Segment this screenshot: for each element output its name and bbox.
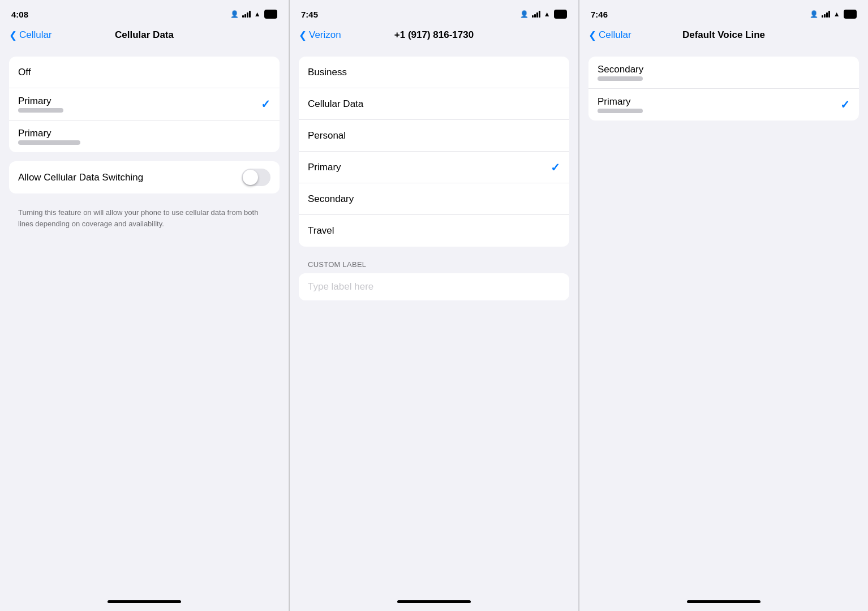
back-label-1: Cellular <box>19 29 52 41</box>
secondary-row[interactable]: Secondary <box>299 183 569 215</box>
page-title-2: +1 (917) 816-1730 <box>394 29 474 41</box>
back-button-3[interactable]: ❮ Cellular <box>588 29 631 41</box>
chevron-left-icon-3: ❮ <box>588 29 596 41</box>
custom-label-section: CUSTOM LABEL Type label here <box>299 260 569 300</box>
wifi-icon-1: ▲ <box>254 10 261 18</box>
primary-label-s2: Primary <box>308 162 341 173</box>
status-icons-1: 👤 ▲ 61 <box>230 10 277 19</box>
primary-sublabel-1 <box>18 108 63 113</box>
back-label-3: Cellular <box>599 29 631 41</box>
back-button-2[interactable]: ❮ Verizon <box>299 29 341 41</box>
status-bar-1: 4:08 👤 ▲ 61 <box>0 0 289 25</box>
primary-row-s2[interactable]: Primary ✓ <box>299 152 569 183</box>
description-text: Turning this feature on will allow your … <box>9 203 280 229</box>
primary-voice-sublabel <box>598 109 643 113</box>
screen-line-label: 7:45 👤 ▲ 97 ❮ Verizon +1 (917) 816-1730 … <box>290 0 579 611</box>
custom-label-group: Type label here <box>299 273 569 300</box>
primary-label-2: Primary <box>18 128 270 139</box>
person-icon-2: 👤 <box>520 10 528 18</box>
screen-default-voice: 7:46 👤 ▲ 97 ❮ Cellular Default Voice Lin… <box>579 0 868 611</box>
status-icons-2: 👤 ▲ 97 <box>520 10 567 19</box>
page-title-1: Cellular Data <box>115 29 174 41</box>
home-bar-1 <box>108 600 181 603</box>
back-button-1[interactable]: ❮ Cellular <box>9 29 52 41</box>
personal-row[interactable]: Personal <box>299 120 569 152</box>
travel-row[interactable]: Travel <box>299 215 569 247</box>
cellular-data-row[interactable]: Cellular Data <box>299 88 569 120</box>
status-bar-2: 7:45 👤 ▲ 97 <box>290 0 578 25</box>
back-label-2: Verizon <box>309 29 341 41</box>
chevron-left-icon-1: ❮ <box>9 29 17 41</box>
battery-3: 97 <box>844 10 857 19</box>
person-icon-1: 👤 <box>230 10 239 18</box>
status-icons-3: 👤 ▲ 97 <box>810 10 857 19</box>
page-title-3: Default Voice Line <box>682 29 765 41</box>
signal-bars-3 <box>822 11 830 18</box>
primary-row-2[interactable]: Primary <box>9 121 280 152</box>
toggle-row: Allow Cellular Data Switching <box>9 161 280 193</box>
cellular-data-label: Cellular Data <box>308 98 363 110</box>
checkmark-primary-s2: ✓ <box>551 161 560 174</box>
voice-line-group: Secondary Primary ✓ <box>588 57 859 121</box>
status-time-3: 7:46 <box>591 10 608 19</box>
chevron-left-icon-2: ❮ <box>299 29 307 41</box>
status-time-2: 7:45 <box>301 10 318 19</box>
status-bar-3: 7:46 👤 ▲ 97 <box>579 0 868 25</box>
nav-bar-3: ❮ Cellular Default Voice Line <box>579 25 868 48</box>
content-2: Business Cellular Data Personal Primary … <box>290 48 578 592</box>
nav-bar-2: ❮ Verizon +1 (917) 816-1730 <box>290 25 578 48</box>
primary-row-1[interactable]: Primary ✓ <box>9 88 280 121</box>
wifi-icon-3: ▲ <box>833 10 840 18</box>
home-indicator-1 <box>0 592 289 611</box>
checkmark-primary-voice: ✓ <box>840 98 850 111</box>
business-label: Business <box>308 67 347 78</box>
home-indicator-2 <box>290 592 578 611</box>
secondary-voice-row[interactable]: Secondary <box>588 57 859 89</box>
secondary-label: Secondary <box>308 193 354 205</box>
wifi-icon-2: ▲ <box>544 10 551 18</box>
home-bar-3 <box>687 600 760 603</box>
secondary-voice-label: Secondary <box>598 64 850 75</box>
signal-bars-1 <box>242 11 251 18</box>
nav-bar-1: ❮ Cellular Cellular Data <box>0 25 289 48</box>
off-label: Off <box>18 67 270 78</box>
home-bar-2 <box>397 600 471 603</box>
custom-label-placeholder: Type label here <box>308 281 373 292</box>
primary-label-1: Primary <box>18 96 261 107</box>
business-row[interactable]: Business <box>299 57 569 88</box>
battery-2: 97 <box>554 10 567 19</box>
primary-sublabel-2 <box>18 140 80 145</box>
content-1: Off Primary ✓ Primary Allow Cellular Dat… <box>0 48 289 592</box>
toggle-label: Allow Cellular Data Switching <box>18 172 143 183</box>
travel-label: Travel <box>308 225 334 236</box>
signal-bars-2 <box>532 11 540 18</box>
label-options-group: Business Cellular Data Personal Primary … <box>299 57 569 247</box>
personal-label: Personal <box>308 130 346 141</box>
custom-label-title: CUSTOM LABEL <box>299 260 569 269</box>
primary-voice-row[interactable]: Primary ✓ <box>588 89 859 121</box>
checkmark-primary-1: ✓ <box>261 97 270 111</box>
data-line-group: Off Primary ✓ Primary <box>9 57 280 152</box>
custom-label-input[interactable]: Type label here <box>299 273 569 300</box>
secondary-voice-sublabel <box>598 76 643 81</box>
off-row[interactable]: Off <box>9 57 280 88</box>
primary-voice-label: Primary <box>598 96 840 107</box>
content-3: Secondary Primary ✓ <box>579 48 868 592</box>
cellular-switching-toggle[interactable] <box>242 169 270 186</box>
person-icon-3: 👤 <box>810 10 818 18</box>
toggle-knob <box>243 170 258 185</box>
screen-cellular-data: 4:08 👤 ▲ 61 ❮ Cellular Cellular Data Off <box>0 0 289 611</box>
switching-group: Allow Cellular Data Switching <box>9 161 280 193</box>
home-indicator-3 <box>579 592 868 611</box>
status-time-1: 4:08 <box>11 10 28 19</box>
battery-1: 61 <box>264 10 277 19</box>
